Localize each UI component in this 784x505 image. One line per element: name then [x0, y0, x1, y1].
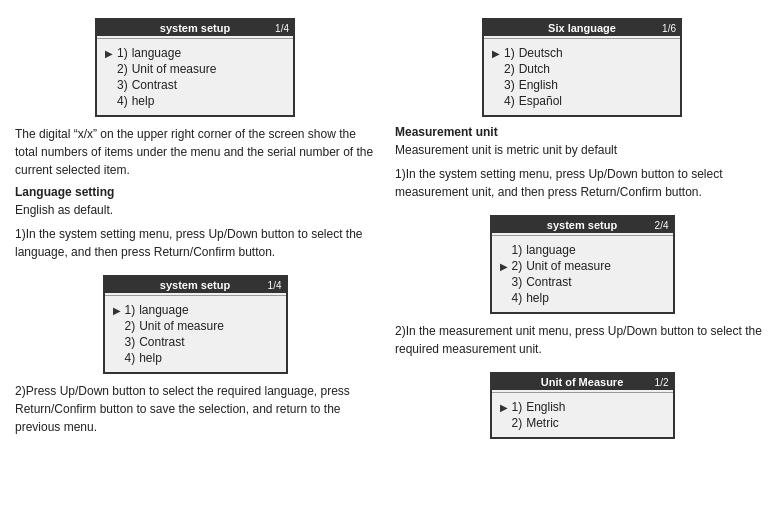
item-label: Español: [519, 94, 562, 108]
mid-left-title-bar: system setup 1/4: [105, 277, 286, 293]
item-label: language: [132, 46, 181, 60]
item-label: language: [526, 243, 575, 257]
item-label: Unit of measure: [139, 319, 224, 333]
bottom-right-page: 1/2: [655, 377, 669, 388]
top-left-box-wrapper: system setup 1/4 1) language 2) Unit of …: [15, 10, 375, 125]
list-item: 1) language: [105, 45, 285, 61]
list-item: 1) language: [113, 302, 278, 318]
list-item: 2) Unit of measure: [105, 61, 285, 77]
item-num: 1): [512, 400, 523, 414]
top-right-menu-box: Six language 1/6 1) Deutsch 2) Dutch: [482, 18, 682, 117]
intro-text: The digital “x/x” on the upper right cor…: [15, 125, 375, 179]
mid-right-title-bar: system setup 2/4: [492, 217, 673, 233]
top-right-items: 1) Deutsch 2) Dutch 3) English: [484, 41, 680, 115]
mid-right-box-wrapper: system setup 2/4 1) language 2) Unit of …: [395, 207, 769, 322]
item-label: Contrast: [526, 275, 571, 289]
item-label: Contrast: [139, 335, 184, 349]
mid-right-menu-box: system setup 2/4 1) language 2) Unit of …: [490, 215, 675, 314]
arrow-icon: [492, 48, 500, 59]
bottom-right-title: Unit of Measure: [541, 376, 624, 388]
item-num: 1): [504, 46, 515, 60]
item-num: 2): [512, 259, 523, 273]
list-item: 2) Unit of measure: [500, 258, 665, 274]
list-item: 2) Dutch: [492, 61, 672, 77]
item-label: English: [526, 400, 565, 414]
lang-text1: English as default.: [15, 201, 375, 219]
bottom-right-box-wrapper: Unit of Measure 1/2 1) English 2) Metric: [395, 364, 769, 447]
item-num: 3): [504, 78, 515, 92]
bottom-right-items: 1) English 2) Metric: [492, 395, 673, 437]
mid-right-items: 1) language 2) Unit of measure 3) Contra…: [492, 238, 673, 312]
list-item: 3) Contrast: [113, 334, 278, 350]
item-num: 3): [512, 275, 523, 289]
item-label: Dutch: [519, 62, 550, 76]
list-item: 4) help: [105, 93, 285, 109]
item-num: 4): [512, 291, 523, 305]
top-left-title: system setup: [160, 22, 230, 34]
item-label: language: [139, 303, 188, 317]
mid-right-page: 2/4: [655, 220, 669, 231]
list-item: 2) Metric: [500, 415, 665, 431]
arrow-icon: [500, 261, 508, 272]
top-left-page: 1/4: [275, 23, 289, 34]
mid-left-page: 1/4: [268, 280, 282, 291]
item-num: 2): [117, 62, 128, 76]
mid-left-menu-box: system setup 1/4 1) language 2) Unit of …: [103, 275, 288, 374]
item-num: 4): [117, 94, 128, 108]
top-right-title: Six language: [548, 22, 616, 34]
language-heading: Language setting: [15, 185, 375, 199]
arrow-icon: [105, 48, 113, 59]
measure-text1: Measurement unit is metric unit by defau…: [395, 141, 769, 159]
mid-left-box-wrapper: system setup 1/4 1) language 2) Unit of …: [15, 267, 375, 382]
list-item: 2) Unit of measure: [113, 318, 278, 334]
list-item: 3) English: [492, 77, 672, 93]
item-num: 2): [504, 62, 515, 76]
list-item: 4) help: [500, 290, 665, 306]
item-label: Metric: [526, 416, 559, 430]
lang-text2: 1)In the system setting menu, press Up/D…: [15, 225, 375, 261]
item-num: 2): [512, 416, 523, 430]
top-left-menu-box: system setup 1/4 1) language 2) Unit of …: [95, 18, 295, 117]
top-right-box-wrapper: Six language 1/6 1) Deutsch 2) Dutch: [395, 10, 769, 125]
item-num: 4): [504, 94, 515, 108]
list-item: 1) language: [500, 242, 665, 258]
list-item: 1) Deutsch: [492, 45, 672, 61]
measure-heading: Measurement unit: [395, 125, 769, 139]
bottom-right-title-bar: Unit of Measure 1/2: [492, 374, 673, 390]
item-num: 3): [117, 78, 128, 92]
item-label: help: [139, 351, 162, 365]
mid-left-items: 1) language 2) Unit of measure 3) Contra…: [105, 298, 286, 372]
top-right-page: 1/6: [662, 23, 676, 34]
mid-right-title: system setup: [547, 219, 617, 231]
item-num: 1): [125, 303, 136, 317]
item-label: English: [519, 78, 558, 92]
bottom-right-menu-box: Unit of Measure 1/2 1) English 2) Metric: [490, 372, 675, 439]
item-label: help: [132, 94, 155, 108]
item-num: 4): [125, 351, 136, 365]
item-label: help: [526, 291, 549, 305]
item-num: 1): [117, 46, 128, 60]
list-item: 1) English: [500, 399, 665, 415]
lang-text3: 2)Press Up/Down button to select the req…: [15, 382, 375, 436]
list-item: 4) Español: [492, 93, 672, 109]
item-label: Deutsch: [519, 46, 563, 60]
arrow-icon: [113, 305, 121, 316]
top-left-title-bar: system setup 1/4: [97, 20, 293, 36]
item-label: Unit of measure: [132, 62, 217, 76]
mid-left-title: system setup: [160, 279, 230, 291]
item-num: 2): [125, 319, 136, 333]
measure-text3: 2)In the measurement unit menu, press Up…: [395, 322, 769, 358]
list-item: 3) Contrast: [105, 77, 285, 93]
item-num: 1): [512, 243, 523, 257]
list-item: 4) help: [113, 350, 278, 366]
item-num: 3): [125, 335, 136, 349]
list-item: 3) Contrast: [500, 274, 665, 290]
item-label: Unit of measure: [526, 259, 611, 273]
arrow-icon: [500, 402, 508, 413]
item-label: Contrast: [132, 78, 177, 92]
measure-text2: 1)In the system setting menu, press Up/D…: [395, 165, 769, 201]
top-right-title-bar: Six language 1/6: [484, 20, 680, 36]
right-column: Six language 1/6 1) Deutsch 2) Dutch: [395, 10, 769, 447]
left-column: system setup 1/4 1) language 2) Unit of …: [15, 10, 375, 447]
top-left-items: 1) language 2) Unit of measure 3) Contra…: [97, 41, 293, 115]
